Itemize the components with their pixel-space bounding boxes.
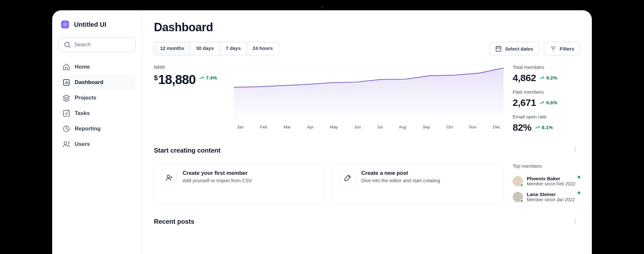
sidebar-item-tasks[interactable]: Tasks <box>59 106 136 120</box>
users-icon <box>62 140 70 148</box>
range-tab[interactable]: 24 hours <box>247 42 279 55</box>
x-tick: Dec <box>493 125 500 129</box>
more-menu-button[interactable] <box>570 145 580 156</box>
content-cards: Create your first memberAdd yourself or … <box>154 163 504 205</box>
filter-icon <box>550 45 556 52</box>
search-icon <box>63 41 71 49</box>
top-members-panel: Top members Phoenix BakerMember since Fe… <box>513 163 580 205</box>
select-dates-button[interactable]: Select dates <box>489 42 539 55</box>
stat-delta: 6.6% <box>539 100 557 105</box>
check-square-icon <box>62 109 70 117</box>
layers-icon <box>62 94 70 102</box>
member-row[interactable]: Phoenix BakerMember since Feb 2022 <box>513 173 580 189</box>
svg-point-11 <box>575 221 576 221</box>
overview-row: MRR $ 18,880 7.4% JanFebMarAp <box>154 64 580 133</box>
nav-label: Home <box>75 64 90 70</box>
member-since: Member since Jan 2022 <box>527 197 575 202</box>
stat-block: Paid members2,6716.6% <box>513 89 580 108</box>
stat-block: Email open rate82%8.1% <box>513 114 580 133</box>
more-menu-button[interactable] <box>570 216 580 227</box>
stat-value: 82% <box>513 122 532 133</box>
range-tab[interactable]: 12 months <box>154 42 190 55</box>
recent-posts-header: Recent posts <box>154 216 580 227</box>
x-tick: Aug <box>399 125 406 129</box>
svg-point-6 <box>575 147 576 148</box>
svg-point-12 <box>575 222 576 223</box>
nav-label: Reporting <box>75 126 100 132</box>
sidebar-nav: HomeDashboardProjectsTasksReportingUsers <box>59 60 136 151</box>
status-dot-icon <box>520 199 523 202</box>
range-tab[interactable]: 30 days <box>190 42 220 55</box>
card-title: Create a new post <box>361 170 440 176</box>
stat-label: Email open rate <box>513 114 580 119</box>
svg-point-4 <box>64 142 67 144</box>
card-title: Create your first member <box>183 170 252 176</box>
stat-block: Total members4,8629.2% <box>513 64 580 83</box>
x-tick: Oct <box>446 125 453 129</box>
sidebar-item-reporting[interactable]: Reporting <box>59 122 136 136</box>
svg-point-10 <box>575 219 576 220</box>
start-content-header: Start creating content <box>154 145 580 156</box>
member-since: Member since Feb 2022 <box>527 181 575 186</box>
nav-label: Tasks <box>75 110 90 117</box>
home-icon <box>62 63 70 71</box>
dots-vertical-icon <box>572 146 578 153</box>
stat-delta: 9.2% <box>539 75 557 80</box>
pie-chart-icon <box>62 125 70 133</box>
online-indicator-icon <box>578 192 580 194</box>
svg-point-0 <box>65 42 69 47</box>
x-tick: Mar <box>284 125 291 129</box>
member-name: Lana Steiner <box>527 192 575 197</box>
search-input[interactable]: Search <box>59 37 136 52</box>
status-dot-icon <box>520 183 523 187</box>
x-tick: Jun <box>354 125 361 129</box>
nav-label: Users <box>75 141 90 147</box>
trend-up-icon <box>539 100 545 105</box>
select-dates-label: Select dates <box>505 46 533 52</box>
sidebar-item-dashboard[interactable]: Dashboard <box>59 75 136 89</box>
svg-point-7 <box>575 149 576 150</box>
mrr-delta: 7.4% <box>199 75 217 80</box>
card-subtitle: Dive into the editor and start creating <box>361 178 440 183</box>
svg-rect-5 <box>496 46 501 51</box>
recent-posts-title: Recent posts <box>154 218 194 225</box>
sidebar: Untitled UI Search HomeDashboardProjects… <box>52 10 142 254</box>
brand: Untitled UI <box>59 19 136 30</box>
main-content: Dashboard 12 months30 days7 days24 hours… <box>142 10 592 254</box>
mrr-currency: $ <box>154 74 157 82</box>
start-content-title: Start creating content <box>154 147 221 154</box>
page-title: Dashboard <box>154 21 580 34</box>
x-tick: Sep <box>422 125 430 129</box>
card-subtitle: Add yourself or import from CSV <box>183 178 252 183</box>
stat-delta: 8.1% <box>535 125 553 130</box>
x-tick: Nov <box>469 125 477 129</box>
toolbar: 12 months30 days7 days24 hours Select da… <box>154 42 580 55</box>
user-plus-icon <box>161 170 177 185</box>
bar-chart-icon <box>62 79 70 86</box>
stat-label: Total members <box>513 64 580 70</box>
x-tick: Jan <box>237 125 244 129</box>
member-name: Phoenix Baker <box>527 176 575 181</box>
mrr-metric: MRR $ 18,880 7.4% <box>154 64 225 133</box>
mrr-chart: JanFebMarAprMayJunJulAugSepOctNovDec <box>234 64 504 132</box>
content-card[interactable]: Create a new postDive into the editor an… <box>333 163 504 205</box>
content-card[interactable]: Create your first memberAdd yourself or … <box>154 163 325 205</box>
avatar <box>513 176 523 186</box>
chart-svg <box>234 65 504 123</box>
svg-rect-2 <box>63 110 69 116</box>
mrr-label: MRR <box>154 64 225 70</box>
stats-column: Total members4,8629.2%Paid members2,6716… <box>513 64 580 133</box>
member-row[interactable]: Lana SteinerMember since Jan 2022 <box>513 189 580 205</box>
calendar-icon <box>495 45 502 52</box>
stat-value: 2,671 <box>513 97 536 108</box>
trend-up-icon <box>199 75 204 80</box>
sidebar-item-projects[interactable]: Projects <box>59 91 136 105</box>
trend-up-icon <box>539 75 545 80</box>
filters-button[interactable]: Filters <box>544 42 580 55</box>
range-tab[interactable]: 7 days <box>220 42 247 55</box>
x-tick: Apr <box>307 125 314 129</box>
sidebar-item-users[interactable]: Users <box>59 137 136 151</box>
stat-label: Paid members <box>513 89 580 95</box>
sidebar-item-home[interactable]: Home <box>59 60 136 74</box>
x-tick: Feb <box>260 125 267 129</box>
